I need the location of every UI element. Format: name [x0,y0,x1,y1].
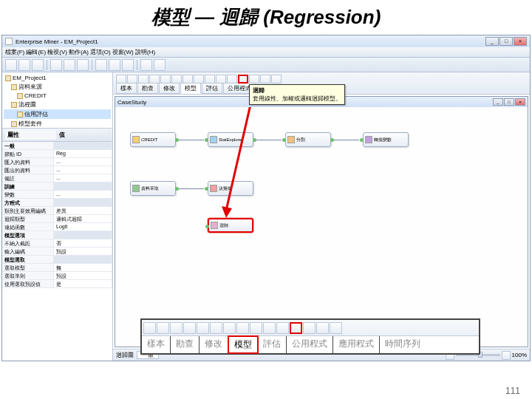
cat-icon[interactable] [303,322,316,334]
cat-tab-model[interactable]: 模型 [228,335,259,354]
port-icon[interactable] [360,138,364,142]
tree-credit[interactable]: CREDIT [4,92,111,100]
tab-explore[interactable]: 勘查 [137,83,158,94]
palette-node-icon[interactable] [260,75,270,83]
tab-assess[interactable]: 評估 [202,83,222,94]
cat-tab-timeseries[interactable]: 時間序列 [380,336,426,353]
maximize-button[interactable]: □ [499,37,513,46]
props-row[interactable]: 連結函數Logit [2,223,112,231]
props-row[interactable]: 迴歸類型邏輯式迴歸 [2,215,112,223]
props-row[interactable]: 使用選取預設值是 [2,280,112,288]
palette-node-icon[interactable] [116,75,126,83]
close-button[interactable]: × [514,37,527,46]
palette-node-icon[interactable] [205,75,215,83]
props-row[interactable]: 訓練 [2,183,112,191]
cat-tab-explore[interactable]: 勘查 [171,336,200,353]
props-row[interactable]: 選取準則預設 [2,272,112,280]
props-row[interactable]: 匯入的資料... [2,158,112,166]
palette-node-icon[interactable] [149,75,160,83]
toolbar-new-icon[interactable] [5,59,17,71]
cat-icon[interactable] [197,322,209,334]
cat-regression-icon[interactable] [290,322,302,334]
cat-tab-apps[interactable]: 應用程式 [333,336,380,353]
palette-node-icon[interactable] [127,75,137,83]
cat-tab-utility[interactable]: 公用程式 [287,336,333,353]
toolbar-results-icon[interactable] [140,59,152,71]
palette-node-icon[interactable] [271,75,282,83]
node-credit[interactable]: CREDIT [130,132,176,147]
props-row[interactable]: 類別主要效用編碼差異 [2,207,112,215]
cat-icon[interactable] [263,322,276,334]
toolbar-undo-icon[interactable] [95,59,107,71]
palette-node-icon[interactable] [227,75,237,83]
port-icon[interactable] [205,138,208,142]
tab-sample[interactable]: 樣本 [116,83,137,94]
cat-icon[interactable] [183,322,196,334]
cat-tab-assess[interactable]: 評估 [258,336,287,353]
minimize-button[interactable]: _ [485,37,499,46]
toolbar-paste-icon[interactable] [77,59,89,71]
palette-node-icon[interactable] [194,75,204,83]
palette-node-icon[interactable] [171,75,182,83]
toolbar-run-icon[interactable] [109,59,120,71]
props-row[interactable]: 備註... [2,174,112,183]
tree-modelpkg[interactable]: 模型套件 [4,119,111,129]
props-row[interactable]: 模型選取 [2,256,112,264]
port-icon[interactable] [330,138,334,142]
node-extract[interactable]: 資料萃取 [130,181,176,196]
props-row[interactable]: 輸入編碼預設 [2,248,112,256]
palette-node-icon[interactable] [249,75,259,83]
props-row[interactable]: 選取模型無 [2,264,112,272]
props-row[interactable]: 方程式 [2,199,112,207]
props-row[interactable]: 不納入截距否 [2,239,112,248]
props-row[interactable]: 變數... [2,191,112,199]
cat-icon[interactable] [250,322,262,334]
toolbar-save-icon[interactable] [32,59,44,71]
cat-icon[interactable] [170,322,183,334]
port-icon[interactable] [205,187,208,191]
cat-icon[interactable] [223,322,236,334]
cat-icon[interactable] [276,322,289,334]
props-row[interactable]: 節點 IDReg [2,150,112,158]
tree-root[interactable]: EM_Project1 [4,74,111,82]
zoom-in-icon[interactable] [502,351,511,360]
tree-diagrams[interactable]: 流程圖 [4,100,111,109]
toolbar-open-icon[interactable] [18,59,30,71]
cat-tab-sample[interactable]: 樣本 [142,336,171,353]
tab-modify[interactable]: 修改 [159,83,180,94]
props-row[interactable]: 一般 [2,142,112,150]
palette-node-icon[interactable] [183,75,193,83]
diagram-maximize[interactable]: □ [504,98,514,106]
port-icon[interactable] [205,225,209,228]
palette-node-icon[interactable] [216,75,226,83]
menu-bar[interactable]: 檔案(F) 編輯(E) 檢視(V) 動作(A) 選項(O) 視窗(W) 說明(H… [2,47,530,58]
tree-datasources[interactable]: 資料來源 [4,82,111,92]
toolbar-help-icon[interactable] [154,59,166,71]
props-row[interactable]: 匯出的資料... [2,166,112,174]
toolbar-cut-icon[interactable] [50,59,62,71]
cat-icon[interactable] [316,322,329,334]
cat-tab-modify[interactable]: 修改 [200,336,228,353]
tab-model[interactable]: 模型 [180,83,201,94]
node-transform[interactable]: 轉換變數 [363,132,409,147]
cat-icon[interactable] [157,322,169,334]
palette-node-icon[interactable] [138,75,149,83]
cat-icon[interactable] [143,322,156,334]
cat-icon[interactable] [330,322,342,334]
project-tree[interactable]: EM_Project1 資料來源 CREDIT 流程圖 信用評估 模型套件 [2,72,112,129]
toolbar-copy-icon[interactable] [64,59,75,71]
diagram-close[interactable]: × [515,98,525,106]
props-row[interactable]: 模型選項 [2,231,112,239]
toolbar-stop-icon[interactable] [122,59,134,71]
node-partition[interactable]: 分割 [285,132,331,147]
node-regression[interactable]: 迴歸 [208,218,253,233]
cat-icon[interactable] [236,322,249,334]
tree-credit-eval[interactable]: 信用評估 [4,109,111,119]
cat-icon[interactable] [210,322,222,334]
diagram-minimize[interactable]: _ [493,98,503,106]
palette-regression-icon[interactable] [238,75,248,83]
port-icon[interactable] [175,138,179,142]
port-icon[interactable] [282,138,286,142]
palette-node-icon[interactable] [160,75,171,83]
port-icon[interactable] [175,187,179,191]
